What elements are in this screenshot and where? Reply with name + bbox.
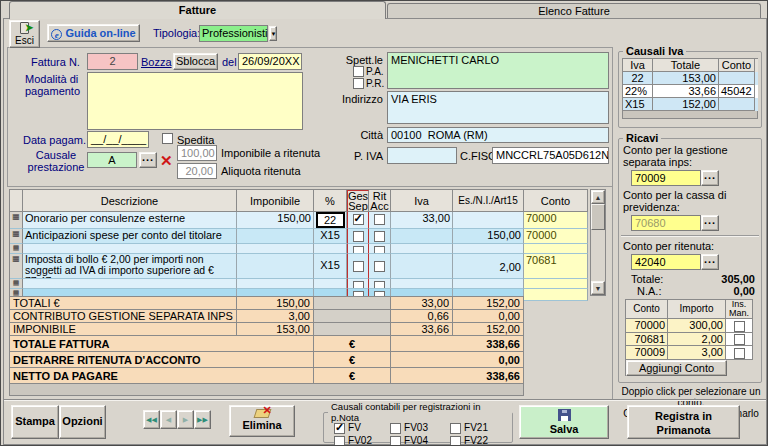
cell-percent[interactable]: X15 bbox=[314, 254, 347, 279]
causale-field[interactable]: A bbox=[87, 152, 137, 168]
cell-rit-acc[interactable] bbox=[369, 212, 391, 229]
cell-es[interactable] bbox=[453, 279, 524, 289]
cell-percent[interactable] bbox=[314, 279, 347, 289]
client-name-field[interactable]: MENICHETTI CARLO bbox=[387, 52, 609, 89]
grid-horizontal-scrollbar[interactable] bbox=[9, 383, 524, 396]
grid-row[interactable]: ▦ Imposta di bollo € 2,00 per importi no… bbox=[10, 254, 588, 279]
cell-imponibile[interactable] bbox=[237, 279, 314, 289]
fv04-checkbox[interactable] bbox=[390, 436, 401, 446]
fv21-checkbox[interactable] bbox=[450, 423, 461, 434]
scrollbar-thumb[interactable] bbox=[591, 204, 605, 230]
ins-man-checkbox[interactable] bbox=[734, 348, 745, 359]
cell-percent[interactable]: X15 bbox=[314, 229, 347, 244]
cell-imponibile[interactable]: 150,00 bbox=[237, 212, 314, 229]
cell-iva[interactable] bbox=[391, 229, 453, 244]
grid-row[interactable]: ▦ bbox=[10, 244, 588, 254]
cell-rit-acc[interactable] bbox=[369, 229, 391, 244]
nav-last-button[interactable]: ▶▶ bbox=[194, 410, 211, 429]
fv22-checkbox[interactable] bbox=[450, 436, 461, 446]
cell-ges-sep[interactable] bbox=[347, 244, 369, 254]
citta-field[interactable]: 00100 ROMA (RM) bbox=[387, 127, 609, 143]
causali-iva-row[interactable]: 22 153,00 bbox=[623, 72, 758, 85]
cassa-browse-button[interactable]: ... bbox=[701, 215, 719, 231]
cell-iva[interactable] bbox=[391, 254, 453, 279]
cell-es[interactable] bbox=[453, 244, 524, 254]
cell-conto[interactable]: 70000 bbox=[524, 229, 588, 244]
cell-descrizione[interactable]: Onorario per consulenze esterne bbox=[23, 212, 237, 229]
conto-row[interactable]: 70009 3,00 bbox=[626, 346, 753, 360]
grid-row[interactable]: ▦ Anticipazioni spese per conto del tito… bbox=[10, 229, 588, 244]
tab-fatture[interactable]: Fatture bbox=[9, 1, 386, 19]
cell-ges-sep[interactable] bbox=[347, 212, 369, 229]
aggiungi-conto-button[interactable]: Aggiungi Conto bbox=[626, 360, 727, 376]
modalita-pagamento-textarea[interactable] bbox=[87, 72, 303, 130]
ritenuta-browse-button[interactable]: ... bbox=[701, 254, 719, 270]
row-selector-icon[interactable]: ▦ bbox=[10, 212, 23, 229]
cell-es[interactable]: 2,00 bbox=[453, 254, 524, 279]
rit-acc-checkbox[interactable] bbox=[374, 231, 385, 242]
chevron-down-icon[interactable]: ▼ bbox=[269, 26, 277, 41]
fv02-checkbox[interactable] bbox=[334, 436, 345, 446]
cell-iva[interactable] bbox=[391, 279, 453, 289]
stampa-button[interactable]: Stampa bbox=[11, 405, 59, 439]
esci-button[interactable]: ➤ Esci bbox=[9, 20, 40, 48]
ins-man-checkbox[interactable] bbox=[734, 334, 745, 345]
scroll-up-icon[interactable]: ▲ bbox=[591, 190, 605, 204]
nav-next-button[interactable]: ▶ bbox=[177, 410, 194, 429]
cell-ges-sep[interactable] bbox=[347, 229, 369, 244]
guida-online-button[interactable]: e Guida on-line bbox=[47, 24, 140, 42]
grid-row[interactable]: ▦ bbox=[10, 279, 588, 289]
cell-rit-acc[interactable] bbox=[369, 279, 391, 289]
causale-delete-icon[interactable]: ✕ bbox=[160, 152, 173, 170]
rit-acc-checkbox[interactable] bbox=[374, 214, 385, 225]
ges-sep-checkbox[interactable] bbox=[353, 231, 364, 242]
cell-ges-sep[interactable] bbox=[347, 254, 369, 279]
fv-checkbox[interactable] bbox=[334, 423, 345, 434]
gestione-browse-button[interactable]: ... bbox=[701, 170, 719, 186]
fattura-n-field[interactable]: 2 bbox=[87, 53, 138, 70]
ritenuta-field[interactable]: 42040 bbox=[631, 254, 701, 270]
data-pagam-field[interactable]: __/__/____ bbox=[87, 131, 149, 148]
row-selector-icon[interactable]: ▦ bbox=[10, 229, 23, 244]
cell-es[interactable] bbox=[453, 212, 524, 229]
pa-checkbox[interactable] bbox=[353, 66, 364, 77]
cell-conto[interactable] bbox=[524, 279, 588, 289]
grid-vertical-scrollbar[interactable]: ▲ ▼ bbox=[590, 189, 606, 296]
piva-field[interactable] bbox=[387, 147, 457, 164]
cell-descrizione[interactable]: Imposta di bollo € 2,00 per importi non … bbox=[23, 254, 237, 279]
cassa-previdenza-field[interactable]: 70680 bbox=[631, 215, 701, 231]
causale-browse-button[interactable]: ... bbox=[139, 152, 157, 168]
ges-sep-checkbox[interactable] bbox=[353, 246, 364, 254]
cell-rit-acc[interactable] bbox=[369, 254, 391, 279]
pr-checkbox[interactable] bbox=[353, 78, 364, 89]
ges-sep-checkbox[interactable] bbox=[353, 261, 364, 272]
gestione-inps-field[interactable]: 70009 bbox=[631, 170, 701, 186]
cell-imponibile[interactable] bbox=[237, 244, 314, 254]
elimina-button[interactable]: ✕ Elimina bbox=[229, 405, 295, 437]
causali-iva-row[interactable]: 22% 33,66 45042 bbox=[623, 85, 758, 98]
row-selector-icon[interactable]: ▦ bbox=[10, 244, 23, 254]
opzioni-button[interactable]: Opzioni bbox=[59, 405, 106, 439]
cell-rit-acc[interactable] bbox=[369, 244, 391, 254]
cell-descrizione[interactable] bbox=[23, 244, 237, 254]
bozza-button[interactable]: Bozza bbox=[141, 56, 172, 68]
aliquota-ritenuta-field[interactable]: 20,00 bbox=[177, 163, 217, 179]
row-selector-icon[interactable]: ▦ bbox=[10, 279, 23, 289]
rit-acc-checkbox[interactable] bbox=[374, 281, 385, 289]
cell-es[interactable]: 150,00 bbox=[453, 229, 524, 244]
nav-first-button[interactable]: ◀◀ bbox=[143, 410, 160, 429]
cell-imponibile[interactable] bbox=[237, 254, 314, 279]
tab-elenco-fatture[interactable]: Elenco Fatture bbox=[387, 3, 761, 19]
conto-row[interactable]: 70000 300,00 bbox=[626, 319, 753, 333]
spedita-checkbox[interactable] bbox=[162, 133, 173, 144]
cell-iva[interactable] bbox=[391, 244, 453, 254]
cell-descrizione[interactable] bbox=[23, 279, 237, 289]
cell-percent-selected[interactable]: 22 bbox=[314, 212, 347, 229]
conto-row[interactable]: 70681 2,00 bbox=[626, 333, 753, 347]
cell-descrizione[interactable]: Anticipazioni spese per conto del titola… bbox=[23, 229, 237, 244]
rit-acc-checkbox[interactable] bbox=[374, 261, 385, 272]
ges-sep-checkbox[interactable] bbox=[353, 281, 364, 289]
cell-conto[interactable]: 70681 bbox=[524, 254, 588, 279]
registra-primanota-button[interactable]: Registra in Primanota bbox=[627, 405, 740, 439]
causali-iva-row[interactable]: X15 152,00 bbox=[623, 98, 758, 111]
